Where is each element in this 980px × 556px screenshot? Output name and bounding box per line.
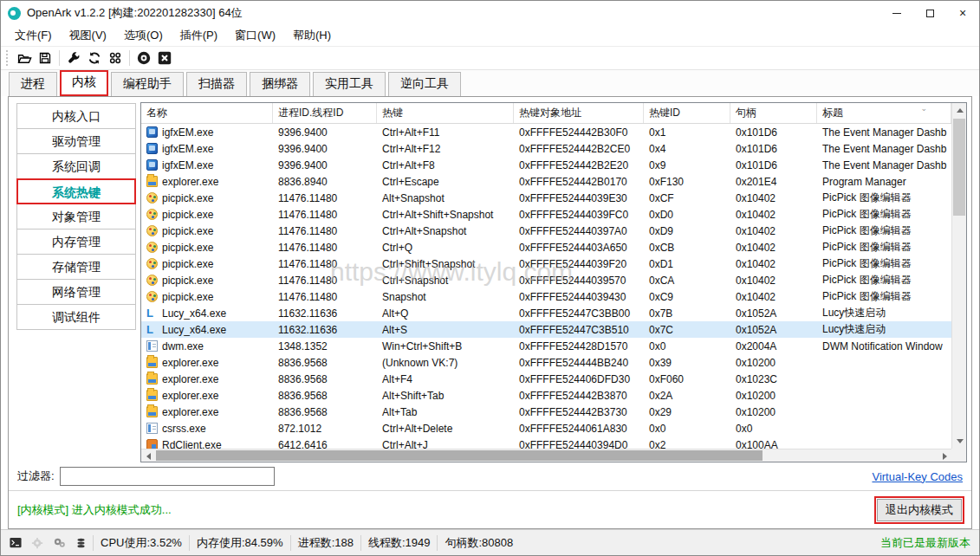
open-folder-icon[interactable] xyxy=(14,48,35,68)
sidebar-item-系统热键[interactable]: 系统热键 xyxy=(16,178,136,204)
kernel-disc-icon[interactable] xyxy=(133,48,154,68)
table-row[interactable]: explorer.exe8836.9568Alt+Tab0xFFFFE52444… xyxy=(141,404,951,420)
cell-name: explorer.exe xyxy=(141,173,273,190)
table-row[interactable]: igfxEM.exe9396.9400Ctrl+Alt+F110xFFFFE52… xyxy=(141,124,951,140)
column-header-4[interactable]: 热键对象地址 xyxy=(514,103,644,123)
column-header-7[interactable]: 标题 xyxy=(817,103,951,123)
menu-item-p[interactable]: 插件(P) xyxy=(172,25,226,46)
column-header-3[interactable]: 热键 xyxy=(377,103,514,123)
gears-icon[interactable] xyxy=(49,534,68,552)
scroll-down-button[interactable] xyxy=(952,434,967,449)
tab-内核[interactable]: 内核 xyxy=(60,70,108,96)
table-row[interactable]: dwm.exe1348.1352Win+Ctrl+Shift+B0xFFFFE5… xyxy=(141,338,951,354)
title-bar: OpenArk v1.2.2 [构建:202201282330] 64位 × xyxy=(1,1,979,25)
arrow-up-icon xyxy=(957,108,964,113)
menu-item-h[interactable]: 帮助(H) xyxy=(284,25,340,46)
maximize-button[interactable] xyxy=(913,1,946,25)
table-row[interactable]: explorer.exe8836.9568Alt+F40xFFFFE524406… xyxy=(141,371,951,387)
table-row[interactable]: picpick.exe11476.11480Ctrl+Alt+Snapshot0… xyxy=(141,223,951,239)
console-icon[interactable] xyxy=(6,534,25,552)
sidebar-item-存储管理[interactable]: 存储管理 xyxy=(16,254,136,280)
table-row[interactable]: RdClient.exe6412.6416Ctrl+Alt+J0xFFFFE52… xyxy=(141,436,951,449)
table-row[interactable]: explorer.exe8836.8940Ctrl+Escape0xFFFFE5… xyxy=(141,173,951,190)
cell-addr: 0xFFFFE524442B0170 xyxy=(514,173,644,190)
cell-addr: 0xFFFFE524440394D0 xyxy=(514,436,644,449)
table-row[interactable]: picpick.exe11476.11480Ctrl+Alt+Shift+Sna… xyxy=(141,206,951,223)
table-row[interactable]: picpick.exe11476.11480Ctrl+Shift+Snapsho… xyxy=(141,255,951,272)
cell-id: 0x1 xyxy=(644,124,730,140)
table-row[interactable]: csrss.exe872.1012Ctrl+Alt+Delete0xFFFFE5… xyxy=(141,420,951,436)
vertical-scroll-thumb[interactable] xyxy=(953,119,965,216)
kill-x-icon[interactable] xyxy=(154,48,175,68)
plugins-grid-icon[interactable] xyxy=(105,48,126,68)
cell-pid: 8836.9568 xyxy=(273,387,377,404)
table-row[interactable]: igfxEM.exe9396.9400Ctrl+Alt+F120xFFFFE52… xyxy=(141,140,951,157)
sidebar-item-内存管理[interactable]: 内存管理 xyxy=(16,229,136,255)
sidebar-item-驱动管理[interactable]: 驱动管理 xyxy=(16,128,136,154)
horizontal-scroll-thumb[interactable] xyxy=(156,450,763,461)
column-header-5[interactable]: 热键ID xyxy=(644,103,730,123)
table-row[interactable]: explorer.exe8836.9568(Unknown VK:7)0xFFF… xyxy=(141,354,951,371)
tab-进程[interactable]: 进程 xyxy=(9,72,57,96)
tab-bar: 进程内核编程助手扫描器捆绑器实用工具逆向工具 xyxy=(1,70,979,96)
table-row[interactable]: picpick.exe11476.11480Alt+Snapshot0xFFFF… xyxy=(141,190,951,206)
tab-扫描器[interactable]: 扫描器 xyxy=(186,72,247,96)
cell-hotkey: Ctrl+Escape xyxy=(377,173,514,190)
table-row[interactable]: picpick.exe11476.11480Snapshot0xFFFFE524… xyxy=(141,288,951,305)
table-row[interactable]: picpick.exe11476.11480Ctrl+Q0xFFFFE52444… xyxy=(141,239,951,255)
scroll-right-button[interactable] xyxy=(938,449,951,462)
table-row[interactable]: LLucy_x64.exe11632.11636Alt+Q0xFFFFE5244… xyxy=(141,305,951,321)
statusbar-field-4: 线程数:1949 xyxy=(360,535,438,551)
sidebar-item-网络管理[interactable]: 网络管理 xyxy=(16,279,136,305)
exit-kernel-mode-button[interactable]: 退出内核模式 xyxy=(877,499,962,521)
picpick-icon xyxy=(146,258,158,269)
scroll-left-button[interactable] xyxy=(141,449,155,462)
chevron-down-icon: ⌄ xyxy=(920,104,927,113)
save-icon[interactable] xyxy=(35,48,55,68)
scroll-up-button[interactable] xyxy=(952,103,967,118)
kernel-status-row: [内核模式] 进入内核模式成功... 退出内核模式 xyxy=(9,490,971,528)
sidebar-item-内核入口[interactable]: 内核入口 xyxy=(16,103,136,129)
cell-name: picpick.exe xyxy=(141,223,273,239)
tab-捆绑器[interactable]: 捆绑器 xyxy=(250,72,310,96)
filter-input[interactable] xyxy=(60,467,275,486)
menu-item-v[interactable]: 视图(V) xyxy=(61,25,115,46)
minimize-button[interactable] xyxy=(880,1,913,25)
picpick-icon xyxy=(146,275,158,286)
gear-icon[interactable] xyxy=(28,534,47,552)
cell-pid: 8836.9568 xyxy=(273,354,377,371)
statusbar-field-3: 进程数:188 xyxy=(290,535,360,551)
cell-title: The Event Manager Dashb xyxy=(817,140,951,157)
table-row[interactable]: LLucy_x64.exe11632.11636Alt+S0xFFFFE5244… xyxy=(141,321,951,338)
stack-icon[interactable] xyxy=(71,534,90,552)
tab-编程助手[interactable]: 编程助手 xyxy=(111,72,184,96)
close-button[interactable]: × xyxy=(946,1,979,25)
vertical-scrollbar[interactable] xyxy=(951,103,966,449)
horizontal-scrollbar[interactable] xyxy=(141,449,951,462)
close-icon: × xyxy=(959,7,966,19)
table-row[interactable]: igfxEM.exe9396.9400Ctrl+Alt+F80xFFFFE524… xyxy=(141,157,951,173)
sidebar-item-调试组件[interactable]: 调试组件 xyxy=(16,304,136,330)
wrench-icon[interactable] xyxy=(63,48,84,68)
cell-pid: 872.1012 xyxy=(273,420,377,436)
table-row[interactable]: explorer.exe8836.9568Alt+Shift+Tab0xFFFF… xyxy=(141,387,951,404)
cell-title: PicPick 图像编辑器 xyxy=(817,239,951,255)
column-header-2[interactable]: 进程ID.线程ID xyxy=(273,103,377,123)
minimize-icon xyxy=(892,13,901,14)
virtual-key-codes-link[interactable]: Virtual-Key Codes xyxy=(872,470,963,483)
sidebar-item-系统回调[interactable]: 系统回调 xyxy=(16,153,136,179)
sidebar-item-对象管理[interactable]: 对象管理 xyxy=(16,204,136,230)
cell-hotkey: Alt+Snapshot xyxy=(377,190,514,206)
kernel-mode-message: [内核模式] 进入内核模式成功... xyxy=(17,502,172,518)
refresh-icon[interactable] xyxy=(84,48,105,68)
menu-item-w[interactable]: 窗口(W) xyxy=(226,25,284,46)
tab-实用工具[interactable]: 实用工具 xyxy=(313,72,386,96)
cell-id: 0x29 xyxy=(644,404,730,420)
table-row[interactable]: picpick.exe11476.11480Ctrl+Snapshot0xFFF… xyxy=(141,272,951,288)
column-header-1[interactable]: 名称 xyxy=(141,103,273,123)
menu-item-f[interactable]: 文件(F) xyxy=(6,25,61,46)
tab-逆向工具[interactable]: 逆向工具 xyxy=(388,72,461,96)
menu-item-o[interactable]: 选项(O) xyxy=(115,25,172,46)
cell-title xyxy=(817,420,951,436)
column-header-6[interactable]: 句柄 xyxy=(730,103,817,123)
